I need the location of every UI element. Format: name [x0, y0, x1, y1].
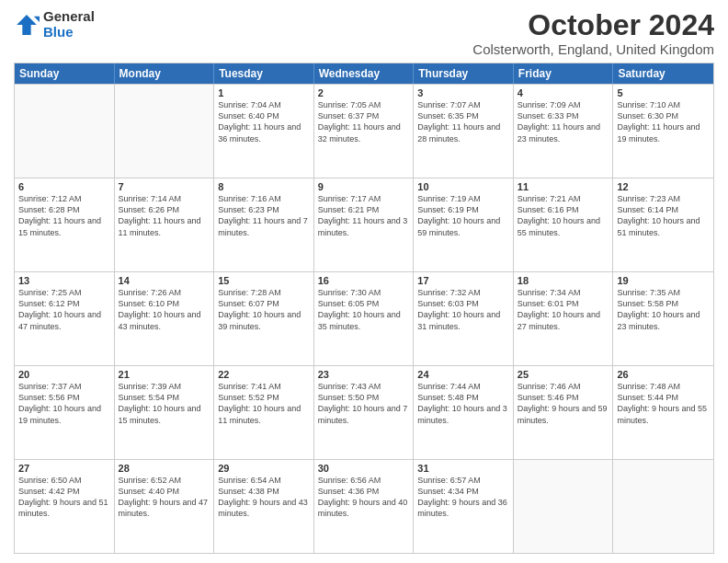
day-info: Sunrise: 7:44 AM Sunset: 5:48 PM Dayligh… — [417, 381, 509, 426]
day-number: 31 — [417, 463, 509, 474]
cal-cell: 5Sunrise: 7:10 AM Sunset: 6:30 PM Daylig… — [613, 85, 713, 178]
day-info: Sunrise: 7:25 AM Sunset: 6:12 PM Dayligh… — [18, 287, 110, 332]
day-info: Sunrise: 7:48 AM Sunset: 5:44 PM Dayligh… — [617, 381, 710, 426]
cal-week-2: 6Sunrise: 7:12 AM Sunset: 6:28 PM Daylig… — [15, 178, 713, 271]
page: General Blue October 2024 Colsterworth, … — [0, 0, 728, 563]
day-info: Sunrise: 7:37 AM Sunset: 5:56 PM Dayligh… — [18, 381, 110, 426]
day-number: 20 — [18, 369, 110, 380]
title-block: October 2024 Colsterworth, England, Unit… — [472, 9, 714, 57]
day-number: 13 — [18, 275, 110, 286]
day-number: 4 — [518, 87, 609, 98]
day-number: 9 — [318, 181, 410, 192]
logo-general-text: General — [43, 9, 95, 25]
day-number: 5 — [617, 87, 710, 98]
day-number: 7 — [119, 181, 210, 192]
cal-cell: 11Sunrise: 7:21 AM Sunset: 6:16 PM Dayli… — [514, 178, 614, 271]
day-number: 23 — [318, 369, 410, 380]
cal-header-day-thursday: Thursday — [414, 63, 514, 84]
day-info: Sunrise: 7:30 AM Sunset: 6:05 PM Dayligh… — [318, 287, 410, 332]
cal-header-day-wednesday: Wednesday — [314, 63, 415, 84]
cal-week-5: 27Sunrise: 6:50 AM Sunset: 4:42 PM Dayli… — [15, 459, 713, 553]
logo-blue-text: Blue — [43, 25, 95, 40]
day-number: 26 — [617, 369, 710, 380]
cal-cell: 20Sunrise: 7:37 AM Sunset: 5:56 PM Dayli… — [15, 366, 115, 459]
logo-text: General Blue — [43, 9, 95, 40]
cal-cell: 27Sunrise: 6:50 AM Sunset: 4:42 PM Dayli… — [15, 460, 115, 553]
day-number: 11 — [518, 181, 609, 192]
cal-cell: 23Sunrise: 7:43 AM Sunset: 5:50 PM Dayli… — [314, 366, 415, 459]
cal-cell: 2Sunrise: 7:05 AM Sunset: 6:37 PM Daylig… — [314, 85, 415, 178]
cal-cell: 24Sunrise: 7:44 AM Sunset: 5:48 PM Dayli… — [414, 366, 514, 459]
cal-cell: 4Sunrise: 7:09 AM Sunset: 6:33 PM Daylig… — [514, 85, 614, 178]
subtitle: Colsterworth, England, United Kingdom — [472, 41, 714, 57]
day-info: Sunrise: 7:17 AM Sunset: 6:21 PM Dayligh… — [318, 193, 410, 238]
cal-cell: 9Sunrise: 7:17 AM Sunset: 6:21 PM Daylig… — [314, 178, 415, 271]
cal-cell: 29Sunrise: 6:54 AM Sunset: 4:38 PM Dayli… — [214, 460, 314, 553]
cal-cell — [115, 85, 215, 178]
cal-week-3: 13Sunrise: 7:25 AM Sunset: 6:12 PM Dayli… — [15, 271, 713, 365]
cal-header-day-saturday: Saturday — [613, 63, 713, 84]
day-number: 22 — [218, 369, 310, 380]
cal-cell: 16Sunrise: 7:30 AM Sunset: 6:05 PM Dayli… — [314, 272, 415, 365]
day-number: 1 — [218, 87, 310, 98]
cal-cell: 26Sunrise: 7:48 AM Sunset: 5:44 PM Dayli… — [613, 366, 713, 459]
cal-cell: 13Sunrise: 7:25 AM Sunset: 6:12 PM Dayli… — [15, 272, 115, 365]
cal-cell: 17Sunrise: 7:32 AM Sunset: 6:03 PM Dayli… — [414, 272, 514, 365]
day-info: Sunrise: 7:23 AM Sunset: 6:14 PM Dayligh… — [617, 193, 710, 238]
day-info: Sunrise: 7:05 AM Sunset: 6:37 PM Dayligh… — [318, 99, 410, 144]
day-number: 24 — [417, 369, 509, 380]
calendar: SundayMondayTuesdayWednesdayThursdayFrid… — [14, 63, 714, 554]
day-number: 28 — [119, 463, 210, 474]
day-info: Sunrise: 7:28 AM Sunset: 6:07 PM Dayligh… — [218, 287, 310, 332]
cal-cell — [514, 460, 614, 553]
day-info: Sunrise: 7:09 AM Sunset: 6:33 PM Dayligh… — [518, 99, 609, 144]
day-info: Sunrise: 7:14 AM Sunset: 6:26 PM Dayligh… — [119, 193, 210, 238]
cal-cell: 21Sunrise: 7:39 AM Sunset: 5:54 PM Dayli… — [115, 366, 215, 459]
cal-cell — [613, 460, 713, 553]
cal-cell: 8Sunrise: 7:16 AM Sunset: 6:23 PM Daylig… — [214, 178, 314, 271]
header: General Blue October 2024 Colsterworth, … — [14, 9, 714, 57]
cal-header-day-friday: Friday — [514, 63, 614, 84]
cal-cell: 25Sunrise: 7:46 AM Sunset: 5:46 PM Dayli… — [514, 366, 614, 459]
svg-marker-0 — [17, 15, 37, 35]
day-number: 21 — [119, 369, 210, 380]
day-info: Sunrise: 7:35 AM Sunset: 5:58 PM Dayligh… — [617, 287, 710, 332]
cal-week-4: 20Sunrise: 7:37 AM Sunset: 5:56 PM Dayli… — [15, 365, 713, 459]
day-number: 15 — [218, 275, 310, 286]
day-info: Sunrise: 7:12 AM Sunset: 6:28 PM Dayligh… — [18, 193, 110, 238]
cal-cell: 1Sunrise: 7:04 AM Sunset: 6:40 PM Daylig… — [214, 85, 314, 178]
day-info: Sunrise: 7:10 AM Sunset: 6:30 PM Dayligh… — [617, 99, 710, 144]
day-number: 8 — [218, 181, 310, 192]
cal-cell: 15Sunrise: 7:28 AM Sunset: 6:07 PM Dayli… — [214, 272, 314, 365]
day-number: 3 — [417, 87, 509, 98]
day-info: Sunrise: 7:16 AM Sunset: 6:23 PM Dayligh… — [218, 193, 310, 238]
day-info: Sunrise: 7:07 AM Sunset: 6:35 PM Dayligh… — [417, 99, 509, 144]
day-info: Sunrise: 6:57 AM Sunset: 4:34 PM Dayligh… — [417, 475, 509, 520]
day-info: Sunrise: 7:26 AM Sunset: 6:10 PM Dayligh… — [119, 287, 210, 332]
day-number: 25 — [518, 369, 609, 380]
day-info: Sunrise: 6:50 AM Sunset: 4:42 PM Dayligh… — [18, 475, 110, 520]
cal-header-day-sunday: Sunday — [15, 63, 115, 84]
day-info: Sunrise: 7:04 AM Sunset: 6:40 PM Dayligh… — [218, 99, 310, 144]
day-info: Sunrise: 7:21 AM Sunset: 6:16 PM Dayligh… — [518, 193, 609, 238]
day-number: 17 — [417, 275, 509, 286]
cal-cell: 14Sunrise: 7:26 AM Sunset: 6:10 PM Dayli… — [115, 272, 215, 365]
cal-header-day-tuesday: Tuesday — [214, 63, 314, 84]
cal-cell — [15, 85, 115, 178]
day-info: Sunrise: 7:19 AM Sunset: 6:19 PM Dayligh… — [417, 193, 509, 238]
calendar-body: 1Sunrise: 7:04 AM Sunset: 6:40 PM Daylig… — [15, 84, 713, 553]
day-number: 6 — [18, 181, 110, 192]
cal-week-1: 1Sunrise: 7:04 AM Sunset: 6:40 PM Daylig… — [15, 84, 713, 178]
day-info: Sunrise: 7:32 AM Sunset: 6:03 PM Dayligh… — [417, 287, 509, 332]
cal-cell: 31Sunrise: 6:57 AM Sunset: 4:34 PM Dayli… — [414, 460, 514, 553]
cal-cell: 3Sunrise: 7:07 AM Sunset: 6:35 PM Daylig… — [414, 85, 514, 178]
day-info: Sunrise: 6:52 AM Sunset: 4:40 PM Dayligh… — [119, 475, 210, 520]
day-number: 16 — [318, 275, 410, 286]
day-info: Sunrise: 7:43 AM Sunset: 5:50 PM Dayligh… — [318, 381, 410, 426]
cal-cell: 12Sunrise: 7:23 AM Sunset: 6:14 PM Dayli… — [613, 178, 713, 271]
cal-cell: 30Sunrise: 6:56 AM Sunset: 4:36 PM Dayli… — [314, 460, 415, 553]
day-number: 30 — [318, 463, 410, 474]
day-info: Sunrise: 7:39 AM Sunset: 5:54 PM Dayligh… — [119, 381, 210, 426]
day-number: 14 — [119, 275, 210, 286]
day-number: 18 — [518, 275, 609, 286]
